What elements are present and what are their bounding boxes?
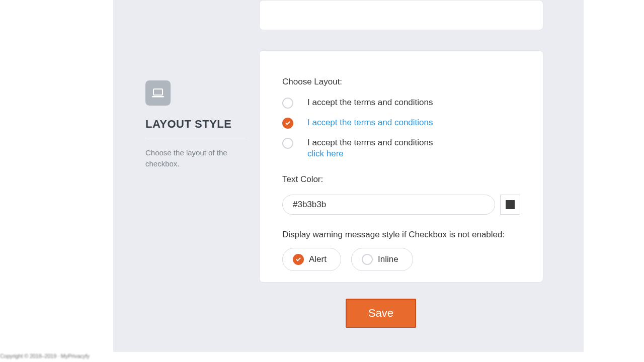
radio-unselected [282,138,293,149]
app-frame: LAYOUT STYLE Choose the layout of the ch… [0,0,644,362]
warning-option-label: Inline [378,254,398,264]
right-gutter [584,0,644,362]
choose-layout-label: Choose Layout: [282,77,520,87]
save-button[interactable]: Save [346,299,416,328]
footer-copyright: Copyright © 2018–2019 · MyPrivacyfy [0,353,101,362]
svg-rect-1 [152,96,164,98]
layout-options: I accept the terms and conditions I acce… [282,97,520,159]
layout-option-3[interactable]: I accept the terms and conditions click … [282,137,520,159]
layout-option-2[interactable]: I accept the terms and conditions [282,117,520,128]
svg-rect-0 [153,89,163,95]
radio-unselected [282,98,293,109]
warning-style-label: Display warning message style if Checkbo… [282,230,520,240]
text-color-input[interactable] [282,195,495,215]
layout-option-text: I accept the terms and conditions click … [307,137,433,159]
laptop-icon [145,80,171,106]
text-color-row [282,195,520,215]
left-gutter [0,0,113,362]
radio-selected [282,118,293,129]
radio-unselected [362,254,373,265]
warning-option-alert[interactable]: Alert [282,248,341,271]
text-color-label: Text Color: [282,174,520,185]
warning-option-label: Alert [309,254,327,264]
layout-option-link[interactable]: click here [307,148,433,159]
radio-selected [293,254,304,265]
section-title: LAYOUT STYLE [145,118,246,131]
layout-option-plain: I accept the terms and conditions [307,138,433,147]
color-swatch[interactable] [500,195,520,215]
previous-card [259,0,543,30]
layout-option-1[interactable]: I accept the terms and conditions [282,97,520,108]
layout-style-card: Choose Layout: I accept the terms and co… [259,50,543,283]
layout-option-text: I accept the terms and conditions [307,117,433,128]
section-side: LAYOUT STYLE Choose the layout of the ch… [145,80,246,169]
layout-option-text: I accept the terms and conditions [307,97,433,108]
warning-style-options: Alert Inline [282,248,520,271]
warning-option-inline[interactable]: Inline [351,248,413,271]
section-description: Choose the layout of the checkbox. [145,147,246,169]
section-separator [145,138,246,138]
color-swatch-sample [506,200,515,209]
